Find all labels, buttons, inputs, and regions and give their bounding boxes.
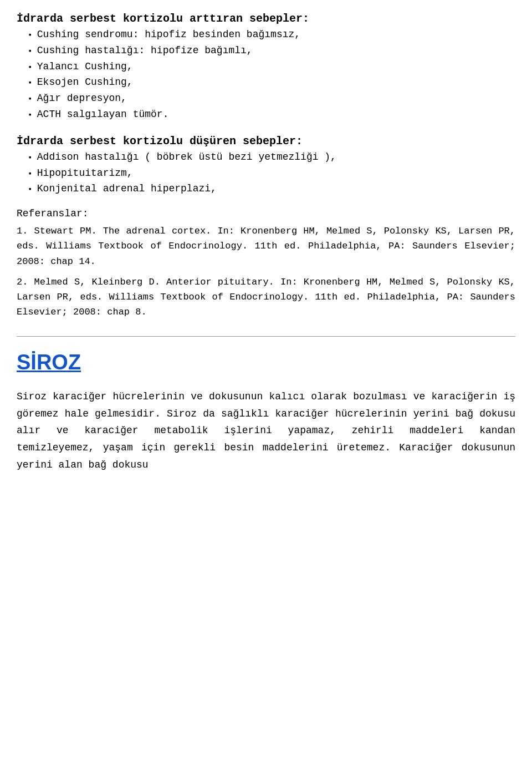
list-item: Cushing hastalığı: hipofize bağımlı, [28,43,515,59]
heading-arttiran: İdrarda serbest kortizolu arttıran sebep… [17,11,515,27]
references-label: Referanslar: [17,208,515,219]
list-item: Addison hastalığı ( böbrek üstü bezi yet… [28,149,515,165]
siroz-section: SİROZ Siroz karaciğer hücrelerinin ve do… [17,351,515,473]
list-item: Konjenital adrenal hiperplazi, [28,181,515,197]
siroz-body: Siroz karaciğer hücrelerinin ve dokusunu… [17,388,515,473]
section-dusuran: İdrarda serbest kortizolu düşüren sebepl… [17,134,515,197]
list-item: Eksojen Cushing, [28,74,515,90]
list-item: Hipopituitarizm, [28,165,515,181]
bullets-dusuran: Addison hastalığı ( böbrek üstü bezi yet… [17,149,515,197]
list-item: Yalancı Cushing, [28,59,515,75]
siroz-heading[interactable]: SİROZ [17,351,515,374]
references-section: Referanslar: 1. Stewart PM. The adrenal … [17,208,515,319]
heading-dusuran: İdrarda serbest kortizolu düşüren sebepl… [17,134,515,149]
section-arttiran: İdrarda serbest kortizolu arttıran sebep… [17,11,515,123]
list-item: Cushing sendromu: hipofiz besinden bağım… [28,27,515,43]
list-item: Ağır depresyon, [28,90,515,106]
reference-2: 2. Melmed S, Kleinberg D. Anterior pitui… [17,275,515,320]
section-divider [17,336,515,337]
reference-1: 1. Stewart PM. The adrenal cortex. In: K… [17,224,515,269]
bullets-arttiran: Cushing sendromu: hipofiz besinden bağım… [17,27,515,123]
list-item: ACTH salgılayan tümör. [28,106,515,123]
